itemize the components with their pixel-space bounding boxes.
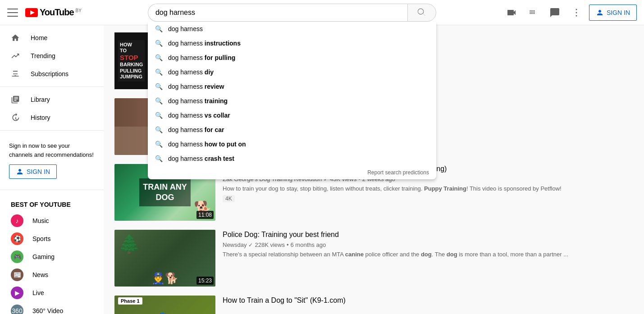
autocomplete-text: dog harness review [168, 83, 224, 90]
train-dog-desc: How to train your dog to stay, stop biti… [223, 184, 633, 193]
autocomplete-item-5[interactable]: 🔍 dog harness training [148, 94, 436, 108]
more-button[interactable] [567, 4, 585, 22]
news-icon: 📰 [11, 268, 23, 281]
sports-label: Sports [32, 235, 50, 242]
sidebar-item-news[interactable]: 📰 News [0, 266, 104, 284]
library-label: Library [31, 96, 50, 103]
sidebar-item-library[interactable]: Library [0, 91, 104, 109]
sidebar-sign-in-button[interactable]: SIGN IN [9, 164, 57, 179]
sit-dog-thumb: Phase 1 🐾 [114, 296, 215, 314]
autocomplete-item-8[interactable]: 🔍 dog harness how to put on [148, 137, 436, 151]
hamburger-menu[interactable] [7, 7, 18, 18]
search-button[interactable] [407, 4, 436, 22]
autocomplete-item-9[interactable]: 🔍 dog harness crash test [148, 151, 436, 166]
report-predictions[interactable]: Report search predictions [148, 166, 436, 179]
autocomplete-item-3[interactable]: 🔍 dog harness diy [148, 65, 436, 79]
video-duration-2: 15:23 [196, 277, 214, 285]
autocomplete-search-icon: 🔍 [155, 155, 163, 162]
police-dog-views: 228K views [255, 241, 284, 248]
live-label: Live [32, 289, 44, 296]
library-icon [11, 95, 20, 104]
music-icon: ♪ [11, 214, 23, 227]
sidebar-item-360[interactable]: 360 360° Video [0, 302, 104, 314]
sidebar-item-music[interactable]: ♪ Music [0, 212, 104, 230]
phase-badge: Phase 1 [118, 297, 142, 305]
desc-bold-dog2: dog [447, 251, 457, 258]
sign-in-label: SIGN IN [607, 9, 630, 16]
sidebar-person-icon [16, 168, 24, 176]
autocomplete-text: dog harness vs collar [168, 112, 230, 119]
tree-silhouette: 🌲 [118, 233, 141, 255]
sit-dog-info: How to Train a Dog to "Sit" (K9-1.com) [223, 296, 633, 314]
sidebar-item-trending[interactable]: Trending [0, 47, 104, 65]
best-of-section: BEST OF YOUTUBE ♪ Music ⚽ Sports 🎮 Gamin… [0, 194, 104, 314]
svg-point-2 [575, 9, 577, 10]
apps-button[interactable] [524, 4, 542, 22]
police-dog-thumb-wrap[interactable]: 🌲 👮🐕 15:23 [114, 230, 215, 287]
360-icon: 360 [11, 305, 23, 314]
police-dog-info: Police Dog: Training your best friend Ne… [223, 230, 633, 287]
autocomplete-item-2[interactable]: 🔍 dog harness for pulling [148, 50, 436, 65]
autocomplete-item-4[interactable]: 🔍 dog harness review [148, 79, 436, 94]
history-label: History [31, 114, 50, 121]
video-badge-1: 4K [223, 195, 235, 202]
police-dog-channel[interactable]: Newsday [223, 241, 247, 248]
sidebar-item-home[interactable]: Home [0, 29, 104, 47]
sit-dog-title[interactable]: How to Train a Dog to "Sit" (K9-1.com) [223, 296, 633, 305]
video-card-sit-dog: Phase 1 🐾 How to Train a Dog to "Sit" (K… [114, 296, 633, 314]
autocomplete-search-icon: 🔍 [155, 97, 163, 105]
autocomplete-search-icon: 🔍 [155, 126, 163, 133]
autocomplete-item-7[interactable]: 🔍 dog harness for car [148, 123, 436, 137]
sign-in-box: Sign in now to see your channels and rec… [0, 134, 104, 186]
sidebar: Home Trending Subscriptions Library H [0, 25, 104, 314]
nav-left: YouTube BY [7, 7, 82, 18]
police-dog-time: 6 months ago [291, 241, 326, 248]
autocomplete-search-icon: 🔍 [155, 68, 163, 76]
sports-icon: ⚽ [11, 232, 23, 245]
search-input[interactable] [148, 4, 407, 22]
dot-separator-2: • [287, 241, 289, 248]
desc-bold-canine: canine [345, 251, 364, 258]
autocomplete-dropdown: 🔍 dog harness 🔍 dog harness instructions… [148, 22, 436, 179]
autocomplete-text: dog harness for car [168, 126, 224, 133]
desc-bold-dog1: dog [421, 251, 432, 258]
desc-bold-1: Puppy Training [424, 185, 466, 192]
autocomplete-search-icon: 🔍 [155, 25, 163, 32]
360-label: 360° Video [32, 307, 63, 314]
autocomplete-item-0[interactable]: 🔍 dog harness [148, 22, 436, 36]
more-icon [571, 7, 582, 18]
subscriptions-icon [11, 69, 20, 78]
news-label: News [32, 271, 48, 278]
autocomplete-text: dog harness training [168, 97, 228, 105]
autocomplete-item-6[interactable]: 🔍 dog harness vs collar [148, 108, 436, 123]
autocomplete-item-1[interactable]: 🔍 dog harness instructions [148, 36, 436, 50]
sidebar-sign-in-label: SIGN IN [27, 168, 50, 175]
gaming-label: Gaming [32, 253, 55, 260]
police-dog-meta: Newsday ✓ 228K views • 6 months ago [223, 241, 633, 248]
autocomplete-search-icon: 🔍 [155, 112, 163, 119]
youtube-logo[interactable]: YouTube BY [25, 7, 82, 18]
sidebar-item-subscriptions[interactable]: Subscriptions [0, 65, 104, 83]
autocomplete-search-icon: 🔍 [155, 83, 163, 90]
sit-dog-thumb-wrap[interactable]: Phase 1 🐾 [114, 296, 215, 314]
search-area: 🔍 dog harness 🔍 dog harness instructions… [85, 4, 499, 22]
chat-button[interactable] [546, 4, 564, 22]
sign-in-button[interactable]: SIGN IN [589, 5, 637, 21]
sidebar-item-sports[interactable]: ⚽ Sports [0, 230, 104, 248]
autocomplete-search-icon: 🔍 [155, 141, 163, 148]
sidebar-divider-1 [0, 86, 104, 87]
trending-label: Trending [31, 52, 55, 59]
sidebar-item-gaming[interactable]: 🎮 Gaming [0, 248, 104, 266]
search-bar [148, 4, 436, 22]
video-duration-1: 11:08 [196, 211, 214, 219]
top-navigation: YouTube BY 🔍 dog harness 🔍 dog harness i… [0, 0, 644, 25]
video-card-police-dog: 🌲 👮🐕 15:23 Police Dog: Training your bes… [114, 230, 633, 287]
sidebar-item-live[interactable]: ▶ Live [0, 284, 104, 302]
logo-country: BY [76, 8, 82, 13]
chat-icon [549, 7, 560, 18]
police-dog-title[interactable]: Police Dog: Training your best friend [223, 230, 633, 240]
video-camera-button[interactable] [502, 4, 521, 22]
trending-icon [11, 51, 20, 60]
sidebar-item-history[interactable]: History [0, 109, 104, 127]
autocomplete-search-icon: 🔍 [155, 54, 163, 61]
